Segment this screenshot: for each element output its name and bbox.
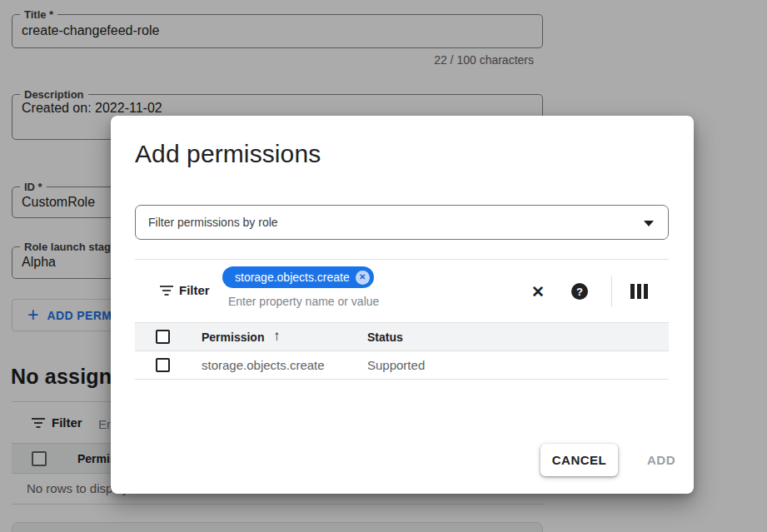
add-permissions-dialog: Add permissions Filter permissions by ro…: [111, 116, 694, 494]
clear-filters-icon[interactable]: ✕: [526, 280, 550, 303]
table-header-row: Permission ↑ Status: [135, 322, 669, 351]
toolbar-divider: [611, 276, 612, 307]
row-checkbox[interactable]: [156, 358, 170, 372]
permissions-table-section: Filter storage.objects.create ✕ ✕ ? Perm…: [135, 259, 669, 380]
filter-list-icon: [160, 286, 173, 297]
column-display-options-icon[interactable]: [630, 284, 648, 299]
table-filter-toolbar: Filter storage.objects.create ✕ ✕ ?: [135, 259, 669, 322]
status-column-header[interactable]: Status: [367, 331, 403, 344]
filter-input[interactable]: [228, 295, 478, 308]
add-button[interactable]: ADD: [635, 444, 688, 476]
chip-remove-icon[interactable]: ✕: [356, 271, 370, 285]
row-status-cell: Supported: [367, 358, 425, 372]
filter-chip-label: storage.objects.create: [235, 271, 350, 284]
filter-permissions-by-role-select[interactable]: Filter permissions by role: [135, 205, 669, 240]
filter-chip[interactable]: storage.objects.create ✕: [222, 266, 374, 288]
row-permission-cell: storage.objects.create: [202, 358, 325, 372]
permission-column-header[interactable]: Permission: [202, 331, 264, 344]
cancel-button[interactable]: CANCEL: [540, 444, 618, 476]
chevron-down-icon: [644, 221, 654, 226]
select-all-checkbox[interactable]: [156, 330, 170, 344]
help-icon[interactable]: ?: [568, 280, 591, 303]
sort-ascending-icon[interactable]: ↑: [273, 328, 281, 345]
table-row[interactable]: storage.objects.create Supported: [135, 351, 669, 380]
toolbar-filter-label: Filter: [179, 283, 210, 297]
dialog-title: Add permissions: [135, 140, 321, 168]
role-select-value: Filter permissions by role: [148, 216, 278, 229]
page: Title * create-changefeed-role 22 / 100 …: [0, 0, 767, 532]
